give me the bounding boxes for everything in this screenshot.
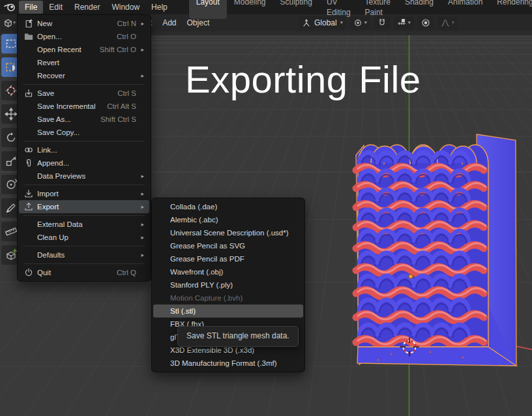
proportional-icon [421,18,430,27]
menu-separator [23,141,145,141]
viewport-overlay-title: Exporting File [185,57,421,101]
blender-logo-icon[interactable] [3,1,16,13]
menu-item-label: Save [37,89,112,97]
chevron-down-icon: ▾ [452,20,454,25]
topbar-menus: FileEditRenderWindowHelp [19,1,173,14]
tab-rendering[interactable]: Rendering [490,0,532,19]
menu-item-grease-pencil-as-svg[interactable]: Grease Pencil as SVG [153,239,303,252]
submenu-arrow-icon: ▸ [140,252,144,258]
viewport-editor-icon [3,18,13,28]
menu-item-data-previews[interactable]: Data Previews▸ [19,170,149,183]
menu-item-stanford-ply-ply[interactable]: Stanford PLY (.ply) [153,278,303,291]
menu-item-label: X3D Extensible 3D (.x3d) [170,346,298,354]
menu-separator [23,185,145,185]
viewport-menu-add[interactable]: Add [157,16,181,29]
menu-item-label: Export [37,203,136,211]
editor-type-button[interactable]: ▾ [2,17,17,29]
chevron-down-icon: ▾ [13,20,16,25]
blank-icon [24,220,37,229]
import-icon [24,189,37,198]
submenu-arrow-icon: ▸ [140,173,144,179]
menu-item-save[interactable]: SaveCtrl S [19,87,149,100]
topbar: FileEditRenderWindowHelp LayoutModelingS… [0,0,532,14]
menu-item-label: Save Incremental [37,102,102,110]
menu-item-shortcut: Shift Ctrl O [100,46,136,53]
menu-item-alembic-abc[interactable]: Alembic (.abc) [153,213,303,226]
snap-increment-icon [397,18,406,27]
menu-item-label: Grease Pencil as PDF [170,255,298,263]
tooltip: Save STL triangle mesh data. [177,326,299,347]
menu-item-collada-dae[interactable]: Collada (.dae) [153,200,303,213]
menu-item-external-data[interactable]: External Data▸ [19,218,149,231]
menu-item-label: Alembic (.abc) [170,216,298,224]
menu-item-label: New [37,20,112,27]
blender-window: Exporting File FileEditRenderWindowHelp … [0,0,532,416]
chevron-down-icon: ▾ [364,20,367,25]
menu-item-link[interactable]: Link... [19,143,149,156]
topbar-menu-render[interactable]: Render [68,1,106,14]
tab-layout[interactable]: Layout [189,0,227,19]
menu-item-label: Stanford PLY (.ply) [170,281,298,289]
save-icon [24,89,37,98]
topbar-menu-file[interactable]: File [19,1,43,14]
menu-item-shortcut: Ctrl O [117,33,136,40]
tab-shading[interactable]: Shading [398,0,441,19]
menu-item-label: Open Recent [37,46,95,53]
menu-item-import[interactable]: Import▸ [19,187,149,200]
menu-separator [23,263,145,264]
menu-item-save-as[interactable]: Save As...Shift Ctrl S [19,113,149,126]
tab-uv-editing[interactable]: UV Editing [319,0,358,19]
menu-item-label: Stl (.stl) [170,307,298,315]
model-object[interactable] [356,134,516,366]
blank-icon [24,115,37,124]
menu-item-label: Universal Scene Description (.usd*) [170,229,298,237]
submenu-arrow-icon: ▸ [140,190,144,197]
paperclip-icon [24,158,37,168]
menu-item-recover[interactable]: Recover▸ [19,69,149,82]
menu-item-quit[interactable]: QuitCtrl Q [19,266,149,279]
blank-icon [24,45,37,54]
transform-orientation-value: Global [313,18,338,27]
menu-item-shortcut: Ctrl N [117,20,136,27]
menu-item-append[interactable]: Append... [19,156,149,170]
menu-item-open[interactable]: Open...Ctrl O [19,30,149,43]
blank-icon [24,102,37,111]
blank-icon [24,250,37,260]
menu-item-label: Import [37,190,136,198]
menu-item-grease-pencil-as-pdf[interactable]: Grease Pencil as PDF [153,252,303,265]
tab-modeling[interactable]: Modeling [227,0,273,19]
blank-icon [24,71,37,80]
menu-item-defaults[interactable]: Defaults▸ [19,248,149,261]
menu-item-label: 3D Manufacturing Format (.3mf) [170,359,298,367]
tab-texture-paint[interactable]: Texture Paint [358,0,398,19]
topbar-menu-window[interactable]: Window [106,1,145,14]
falloff-icon [441,18,450,27]
menu-item-label: Recover [37,72,136,80]
tab-sculpting[interactable]: Sculpting [273,0,319,19]
menu-item-shortcut: Ctrl Alt S [107,102,136,110]
menu-item-open-recent[interactable]: Open RecentShift Ctrl O▸ [19,43,149,56]
menu-item-stl-stl[interactable]: Stl (.stl) [153,305,303,318]
workspace-tabs: LayoutModelingSculptingUV EditingTexture… [189,0,532,19]
topbar-menu-edit[interactable]: Edit [43,1,68,14]
pivot-icon [353,18,362,27]
menu-item-revert[interactable]: Revert [19,56,149,69]
menu-item-universal-scene-description-usd[interactable]: Universal Scene Description (.usd*) [153,226,303,239]
folder-open-icon [24,32,37,41]
menu-item-save-incremental[interactable]: Save IncrementalCtrl Alt S [19,100,149,113]
topbar-menu-help[interactable]: Help [145,1,173,14]
menu-item-new[interactable]: NewCtrl N▸ [19,17,149,30]
tooltip-text: Save STL triangle mesh data. [186,331,289,340]
menu-separator [23,246,145,246]
menu-item-clean-up[interactable]: Clean Up▸ [19,231,149,244]
submenu-arrow-icon: ▸ [140,221,144,228]
submenu-arrow-icon: ▸ [140,234,144,241]
menu-item-save-copy[interactable]: Save Copy... [19,126,149,139]
tab-animation[interactable]: Animation [441,0,490,19]
menu-item-3d-manufacturing-format-3mf[interactable]: 3D Manufacturing Format (.3mf) [153,357,303,370]
menu-item-export[interactable]: Export▸ [19,200,149,213]
menu-item-shortcut: Ctrl Q [117,269,136,276]
menu-item-wavefront-obj[interactable]: Wavefront (.obj) [153,265,303,278]
menu-item-shortcut: Ctrl S [117,89,136,97]
menu-item-label: Save As... [37,115,95,123]
